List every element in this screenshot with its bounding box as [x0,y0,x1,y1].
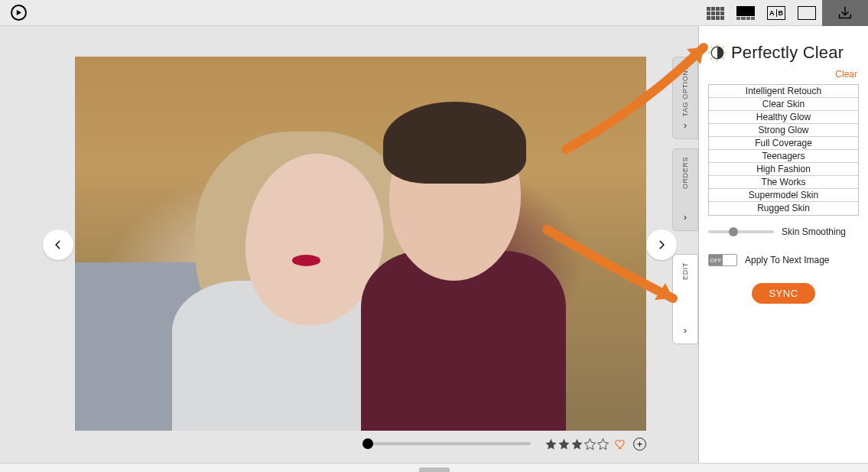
preset-item[interactable]: Clear Skin [709,98,858,111]
image-frame [75,57,646,431]
preset-item[interactable]: The Works [709,176,858,189]
plus-icon: + [637,439,643,449]
heart-icon [614,438,627,451]
edit-panel: Perfectly Clear Clear Intelligent Retouc… [698,26,868,472]
preset-item[interactable]: Teenagers [709,150,858,163]
chevron-right-icon: › [684,119,687,131]
svg-line-9 [723,47,724,48]
preset-item[interactable]: High Fashion [709,163,858,176]
svg-line-6 [711,47,713,48]
svg-line-7 [723,58,724,60]
star-icon [597,438,610,451]
add-button[interactable]: + [633,438,646,451]
svg-line-8 [711,58,713,60]
star-icon [545,438,558,451]
next-image-button[interactable] [646,229,677,260]
tab-label: ORDERS [681,157,689,189]
preset-item[interactable]: Full Coverage [709,137,858,150]
tab-tag-options[interactable]: TAG OPTIONS › [672,57,698,139]
preset-item[interactable]: Rugged Skin [709,202,858,215]
rating-stars[interactable] [545,438,610,451]
chevron-right-icon: › [684,324,687,336]
top-toolbar: AB [0,0,868,26]
preset-item[interactable]: Healthy Glow [709,111,858,124]
image-footer: + [75,435,646,452]
single-view-button[interactable] [792,0,822,26]
filmstrip-icon [736,6,755,20]
svg-marker-0 [17,10,21,15]
star-icon [571,438,584,451]
play-slideshow-button[interactable] [11,5,27,21]
ab-icon: AB [767,6,785,20]
filmstrip-scrubber[interactable] [362,442,531,445]
preset-item[interactable]: Intelligent Retouch [709,85,858,98]
chevron-left-icon [53,239,63,250]
download-icon [836,5,854,21]
scrubber-handle[interactable] [362,438,373,449]
skin-smoothing-row: Skin Smoothing [708,226,859,237]
sync-button[interactable]: SYNC [752,283,814,304]
tab-label: TAG OPTIONS [681,65,689,116]
preset-item[interactable]: Strong Glow [709,124,858,137]
tab-edit[interactable]: EDIT › [672,254,698,344]
preview-image[interactable] [75,57,646,431]
export-button[interactable] [822,0,868,26]
filmstrip-view-button[interactable] [730,0,761,26]
star-icon [558,438,571,451]
tab-label: EDIT [681,262,689,280]
slider-label: Skin Smoothing [782,226,846,237]
panel-brand: Perfectly Clear [708,43,859,63]
toggle-state: OFF [709,255,723,265]
slider-knob[interactable] [729,227,738,236]
bottom-drag-handle[interactable] [419,467,450,472]
favorite-toggle[interactable] [614,438,627,451]
tab-orders[interactable]: ORDERS › [672,148,698,231]
compare-ab-button[interactable]: AB [761,0,792,26]
toggle-label: Apply To Next Image [745,255,830,265]
image-stage: + [0,26,698,463]
perfectly-clear-logo-icon [708,44,727,62]
grid-icon [707,7,724,20]
preset-list: Intelligent RetouchClear SkinHealthy Glo… [708,84,859,216]
apply-next-row: OFF Apply To Next Image [708,254,859,266]
star-icon [584,438,597,451]
clear-adjustments-link[interactable]: Clear [708,69,857,80]
bottom-bar [0,463,868,472]
apply-next-toggle[interactable]: OFF [708,254,737,266]
skin-smoothing-slider[interactable] [708,230,774,233]
previous-image-button[interactable] [43,229,73,260]
single-view-icon [798,6,816,20]
chevron-right-icon [656,239,667,250]
panel-title: Perfectly Clear [731,43,844,63]
grid-view-button[interactable] [700,0,730,26]
chevron-right-icon: › [684,211,687,223]
preset-item[interactable]: Supermodel Skin [709,189,858,202]
